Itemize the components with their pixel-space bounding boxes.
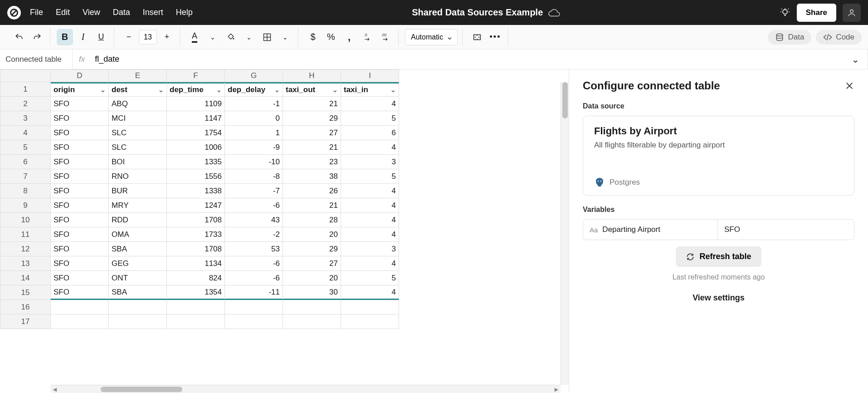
row-header[interactable]: 12 — [0, 242, 51, 256]
table-cell[interactable]: -6 — [225, 256, 283, 271]
table-cell[interactable]: -7 — [225, 184, 283, 198]
table-cell[interactable]: 1134 — [167, 256, 225, 271]
table-cell[interactable]: 1338 — [167, 184, 225, 198]
font-size-input[interactable] — [139, 30, 157, 44]
table-cell[interactable]: RNO — [109, 169, 167, 184]
menu-insert[interactable]: Insert — [143, 8, 163, 17]
table-cell[interactable]: SFO — [51, 111, 109, 126]
borders-chevron[interactable]: ⌄ — [277, 29, 293, 45]
fill-color-chevron[interactable]: ⌄ — [241, 29, 257, 45]
row-header[interactable]: 5 — [0, 140, 51, 155]
column-header[interactable]: I — [341, 69, 399, 82]
table-cell[interactable]: 4 — [341, 97, 399, 111]
menu-view[interactable]: View — [83, 8, 100, 17]
table-cell[interactable]: 3 — [341, 155, 399, 169]
table-cell[interactable]: 4 — [341, 140, 399, 155]
table-cell[interactable]: SFO — [51, 184, 109, 198]
table-cell[interactable]: OMA — [109, 227, 167, 242]
empty-cell[interactable] — [225, 314, 283, 329]
document-title[interactable]: Shared Data Sources Example — [196, 7, 776, 19]
row-header[interactable]: 14 — [0, 271, 51, 285]
row-header[interactable]: 8 — [0, 184, 51, 198]
column-filter-chevron[interactable]: ⌄ — [158, 86, 164, 93]
table-cell[interactable]: SFO — [51, 155, 109, 169]
column-header[interactable]: F — [167, 69, 225, 82]
table-cell[interactable]: 1708 — [167, 242, 225, 256]
row-header[interactable]: 13 — [0, 256, 51, 271]
code-panel-button[interactable]: Code — [816, 30, 862, 44]
table-cell[interactable]: 20 — [283, 271, 341, 285]
underline-button[interactable]: U — [93, 29, 109, 45]
table-cell[interactable]: 1733 — [167, 227, 225, 242]
table-cell[interactable]: SFO — [51, 213, 109, 227]
borders-button[interactable] — [259, 29, 275, 45]
table-cell[interactable]: SLC — [109, 126, 167, 140]
row-header[interactable]: 15 — [0, 285, 51, 300]
table-cell[interactable]: SBA — [109, 285, 167, 300]
currency-format-button[interactable]: $ — [305, 29, 321, 45]
table-cell[interactable]: ONT — [109, 271, 167, 285]
table-cell[interactable]: -11 — [225, 285, 283, 300]
wrap-mode-select[interactable]: Automatic — [405, 29, 458, 45]
table-cell[interactable]: 1556 — [167, 169, 225, 184]
table-cell[interactable]: 27 — [283, 126, 341, 140]
variable-value-cell[interactable]: SFO — [718, 220, 854, 240]
column-filter-chevron[interactable]: ⌄ — [216, 86, 222, 93]
table-cell[interactable]: 1354 — [167, 285, 225, 300]
table-cell[interactable]: 53 — [225, 242, 283, 256]
table-cell[interactable]: 28 — [283, 213, 341, 227]
table-cell[interactable]: -1 — [225, 97, 283, 111]
empty-cell[interactable] — [341, 300, 399, 314]
font-size-decrease[interactable]: − — [121, 29, 137, 45]
vertical-scroll-thumb[interactable] — [562, 82, 568, 118]
table-cell[interactable]: GEG — [109, 256, 167, 271]
cell-reference[interactable]: Connected table — [0, 49, 73, 69]
table-cell[interactable]: 1335 — [167, 155, 225, 169]
table-cell[interactable]: -8 — [225, 169, 283, 184]
table-cell[interactable]: SFO — [51, 140, 109, 155]
table-column-header[interactable]: taxi_in⌄ — [341, 82, 399, 97]
table-cell[interactable]: 5 — [341, 111, 399, 126]
empty-cell[interactable] — [341, 314, 399, 329]
view-settings-link[interactable]: View settings — [583, 293, 854, 303]
row-header[interactable]: 7 — [0, 169, 51, 184]
table-cell[interactable]: -9 — [225, 140, 283, 155]
decrease-decimal-button[interactable]: .0 — [359, 29, 375, 45]
row-header[interactable]: 1 — [0, 82, 51, 97]
table-cell[interactable]: MCI — [109, 111, 167, 126]
table-cell[interactable]: 4 — [341, 227, 399, 242]
empty-cell[interactable] — [167, 300, 225, 314]
table-cell[interactable]: SFO — [51, 126, 109, 140]
table-cell[interactable]: BOI — [109, 155, 167, 169]
row-header[interactable]: 11 — [0, 227, 51, 242]
bold-button[interactable]: B — [57, 29, 73, 45]
data-source-card[interactable]: Flights by Airport All flights filterabl… — [583, 116, 854, 196]
app-logo[interactable] — [7, 6, 21, 20]
table-column-header[interactable]: dep_delay⌄ — [225, 82, 283, 97]
table-column-header[interactable]: origin⌄ — [51, 82, 109, 97]
horizontal-scrollbar[interactable]: ◄ ► — [51, 385, 561, 393]
row-header[interactable]: 17 — [0, 314, 51, 329]
vertical-scrollbar[interactable] — [561, 82, 569, 385]
row-header[interactable]: 16 — [0, 300, 51, 314]
table-cell[interactable]: 1147 — [167, 111, 225, 126]
table-cell[interactable]: 21 — [283, 140, 341, 155]
redo-button[interactable] — [29, 29, 45, 45]
formula-input[interactable] — [91, 49, 844, 69]
table-column-header[interactable]: taxi_out⌄ — [283, 82, 341, 97]
table-cell[interactable]: 5 — [341, 169, 399, 184]
table-cell[interactable]: 1 — [225, 126, 283, 140]
table-cell[interactable]: 21 — [283, 97, 341, 111]
empty-cell[interactable] — [109, 300, 167, 314]
table-cell[interactable]: 4 — [341, 213, 399, 227]
italic-button[interactable]: I — [75, 29, 91, 45]
scroll-right-arrow[interactable]: ► — [552, 385, 561, 393]
horizontal-scroll-thumb[interactable] — [101, 387, 182, 392]
menu-file[interactable]: File — [30, 8, 43, 17]
column-filter-chevron[interactable]: ⌄ — [274, 86, 280, 93]
table-cell[interactable]: 1708 — [167, 213, 225, 227]
empty-cell[interactable] — [167, 314, 225, 329]
table-cell[interactable]: 27 — [283, 256, 341, 271]
column-filter-chevron[interactable]: ⌄ — [390, 86, 396, 93]
close-panel-button[interactable] — [844, 81, 854, 91]
